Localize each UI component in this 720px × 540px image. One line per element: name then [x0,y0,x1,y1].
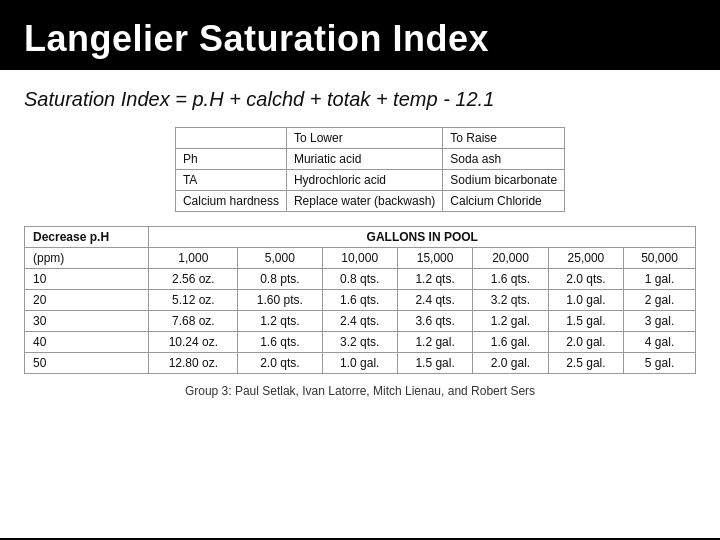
header: Langelier Saturation Index [0,0,720,70]
decrease-ph-header: Decrease p.H [25,227,149,248]
chem-ta-raise: Sodium bicarbonate [443,170,565,191]
table-row: 10 2.56 oz. 0.8 pts. 0.8 qts. 1.2 qts. 1… [25,269,696,290]
formula: Saturation Index = p.H + calchd + totak … [24,88,696,111]
footer: Group 3: Paul Setlak, Ivan Latorre, Mitc… [24,384,696,398]
chem-row-ph: Ph Muriatic acid Soda ash [175,149,564,170]
table-row: 50 12.80 oz. 2.0 qts. 1.0 gal. 1.5 gal. … [25,353,696,374]
gallons-table: Decrease p.H GALLONS IN POOL (ppm) 1,000… [24,226,696,374]
g10000-col-header: 10,000 [322,248,397,269]
chem-label-ph: Ph [175,149,286,170]
g1000-col-header: 1,000 [149,248,238,269]
content: Saturation Index = p.H + calchd + totak … [0,70,720,538]
g20000-col-header: 20,000 [473,248,548,269]
chem-table: To Lower To Raise Ph Muriatic acid Soda … [175,127,565,212]
chem-ph-raise: Soda ash [443,149,565,170]
chem-header-row: To Lower To Raise [175,128,564,149]
chem-label-calcium: Calcium hardness [175,191,286,212]
chem-row-calcium: Calcium hardness Replace water (backwash… [175,191,564,212]
gallons-in-pool-header: GALLONS IN POOL [149,227,696,248]
g25000-col-header: 25,000 [548,248,623,269]
chem-calcium-lower: Replace water (backwash) [286,191,442,212]
gallons-super-header: Decrease p.H GALLONS IN POOL [25,227,696,248]
table-row: 20 5.12 oz. 1.60 pts. 1.6 qts. 2.4 qts. … [25,290,696,311]
chem-ph-lower: Muriatic acid [286,149,442,170]
table-row: 30 7.68 oz. 1.2 qts. 2.4 qts. 3.6 qts. 1… [25,311,696,332]
g15000-col-header: 15,000 [397,248,472,269]
chem-col-raise-header: To Raise [443,128,565,149]
chem-col-empty [175,128,286,149]
chem-calcium-raise: Calcium Chloride [443,191,565,212]
table-row: 40 10.24 oz. 1.6 qts. 3.2 qts. 1.2 gal. … [25,332,696,353]
chem-ta-lower: Hydrochloric acid [286,170,442,191]
gallons-col-headers: (ppm) 1,000 5,000 10,000 15,000 20,000 2… [25,248,696,269]
ppm-col-header: (ppm) [25,248,149,269]
page-title: Langelier Saturation Index [24,18,696,60]
g50000-col-header: 50,000 [624,248,696,269]
g5000-col-header: 5,000 [238,248,322,269]
chem-table-container: To Lower To Raise Ph Muriatic acid Soda … [24,127,696,212]
chem-label-ta: TA [175,170,286,191]
chem-col-lower-header: To Lower [286,128,442,149]
chem-row-ta: TA Hydrochloric acid Sodium bicarbonate [175,170,564,191]
